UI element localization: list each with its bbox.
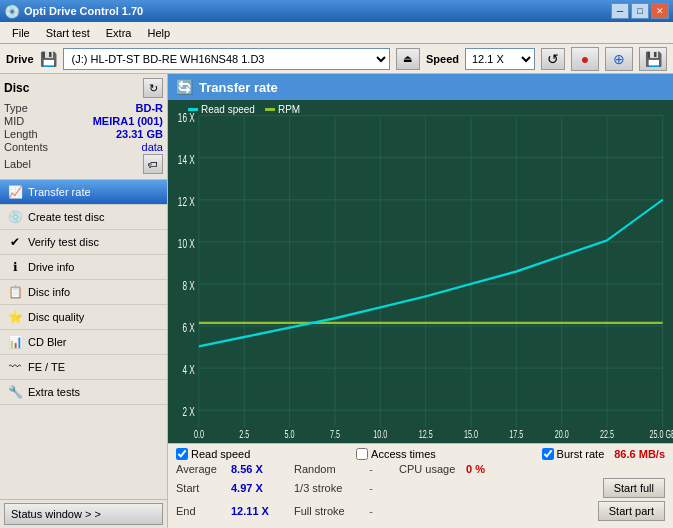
average-label: Average [176,463,231,475]
status-window-label: Status window > > [11,508,101,520]
nav-drive-info[interactable]: ℹ Drive info [0,255,167,280]
burst-rate-checkbox[interactable] [542,448,554,460]
disc-contents-val: data [142,141,163,153]
nav-extra-tests-label: Extra tests [28,386,80,398]
extra-tests-icon: 🔧 [8,385,22,399]
menu-help[interactable]: Help [139,25,178,41]
svg-text:17.5: 17.5 [509,429,523,441]
disc-type-val: BD-R [136,102,164,114]
nav-verify-disc-label: Verify test disc [28,236,99,248]
svg-text:8 X: 8 X [182,278,194,292]
speed-select[interactable]: 12.1 X [465,48,535,70]
nav-cd-bler-label: CD Bler [28,336,67,348]
disc-length-val: 23.31 GB [116,128,163,140]
svg-text:5.0: 5.0 [285,429,295,441]
app-title: Opti Drive Control 1.70 [24,5,611,17]
nav-disc-quality-label: Disc quality [28,311,84,323]
titlebar: 💿 Opti Drive Control 1.70 ─ □ ✕ [0,0,673,22]
right-panel: 🔄 Transfer rate Read speed RPM [168,74,673,528]
svg-text:12 X: 12 X [178,194,195,208]
access-times-checkbox[interactable] [356,448,368,460]
svg-rect-0 [168,100,673,443]
read-speed-checkbox[interactable] [176,448,188,460]
main-layout: Disc ↻ Type BD-R MID MEIRA1 (001) Length… [0,74,673,528]
svg-text:10 X: 10 X [178,236,195,250]
transfer-rate-icon: 📈 [8,185,22,199]
nav-extra-tests[interactable]: 🔧 Extra tests [0,380,167,405]
menu-file[interactable]: File [4,25,38,41]
end-val: 12.11 X [231,505,286,517]
minimize-button[interactable]: ─ [611,3,629,19]
drive-select[interactable]: (J:) HL-DT-ST BD-RE WH16NS48 1.D3 [63,48,390,70]
burst-rate-cb-label: Burst rate [557,448,605,460]
left-panel: Disc ↻ Type BD-R MID MEIRA1 (001) Length… [0,74,168,528]
disc-length-label: Length [4,128,38,140]
average-val: 8.56 X [231,463,286,475]
status-window-button[interactable]: Status window > > [4,503,163,525]
save-button[interactable]: 💾 [639,47,667,71]
read-speed-cb-label: Read speed [191,448,250,460]
rpm-legend-dot [265,108,275,111]
disc-mid-val: MEIRA1 (001) [93,115,163,127]
nav-drive-info-label: Drive info [28,261,74,273]
eject-button[interactable]: ⏏ [396,48,420,70]
disc-type-label: Type [4,102,28,114]
random-dash: - [351,463,391,475]
close-button[interactable]: ✕ [651,3,669,19]
nav-disc-info-label: Disc info [28,286,70,298]
start-full-button[interactable]: Start full [603,478,665,498]
access-times-cb-label: Access times [371,448,436,460]
start-val: 4.97 X [231,482,286,494]
nav-fe-te[interactable]: 〰 FE / TE [0,355,167,380]
chart-svg: 16 X 14 X 12 X 10 X 8 X 6 X 4 X 2 X 0.0 … [168,100,673,443]
svg-text:2 X: 2 X [182,405,194,419]
stroke1-label: 1/3 stroke [286,482,351,494]
nav-cd-bler[interactable]: 📊 CD Bler [0,330,167,355]
create-disc-icon: 💿 [8,210,22,224]
nav-section: 📈 Transfer rate 💿 Create test disc ✔ Ver… [0,180,167,499]
svg-text:4 X: 4 X [182,363,194,377]
end-label: End [176,505,231,517]
action-btn-1[interactable]: ● [571,47,599,71]
disc-section: Disc ↻ Type BD-R MID MEIRA1 (001) Length… [0,74,167,180]
nav-create-disc-label: Create test disc [28,211,104,223]
cd-bler-icon: 📊 [8,335,22,349]
legend-read-speed: Read speed [188,104,255,115]
disc-refresh-button[interactable]: ↻ [143,78,163,98]
svg-text:6 X: 6 X [182,321,194,335]
action-btn-2[interactable]: ⊕ [605,47,633,71]
speed-refresh-button[interactable]: ↺ [541,48,565,70]
app-icon: 💿 [4,4,20,19]
access-times-checkbox-item: Access times [356,448,436,460]
nav-disc-quality[interactable]: ⭐ Disc quality [0,305,167,330]
legend-rpm: RPM [265,104,300,115]
chart-container: Read speed RPM [168,100,673,443]
svg-text:25.0 GB: 25.0 GB [649,429,673,441]
svg-text:14 X: 14 X [178,152,195,166]
disc-label-button[interactable]: 🏷 [143,154,163,174]
nav-verify-test-disc[interactable]: ✔ Verify test disc [0,230,167,255]
svg-text:10.0: 10.0 [373,429,387,441]
chart-title: Transfer rate [199,80,278,95]
disc-disc-label: Label [4,158,31,170]
stats-area: Read speed Access times Burst rate 86.6 … [168,443,673,528]
menu-extra[interactable]: Extra [98,25,140,41]
start-label: Start [176,482,231,494]
maximize-button[interactable]: □ [631,3,649,19]
read-speed-legend-dot [188,108,198,111]
nav-disc-info[interactable]: 📋 Disc info [0,280,167,305]
stroke1-dash: - [351,482,391,494]
stroke2-label: Full stroke [286,505,351,517]
nav-create-test-disc[interactable]: 💿 Create test disc [0,205,167,230]
speed-label: Speed [426,53,459,65]
menubar: File Start test Extra Help [0,22,673,44]
start-part-button[interactable]: Start part [598,501,665,521]
disc-label: Disc [4,81,29,95]
menu-start-test[interactable]: Start test [38,25,98,41]
drive-icon: 💾 [40,51,57,67]
status-section: Status window > > [0,499,167,528]
chart-legend: Read speed RPM [188,104,300,115]
svg-text:22.5: 22.5 [600,429,614,441]
nav-transfer-rate[interactable]: 📈 Transfer rate [0,180,167,205]
fe-te-icon: 〰 [8,360,22,374]
